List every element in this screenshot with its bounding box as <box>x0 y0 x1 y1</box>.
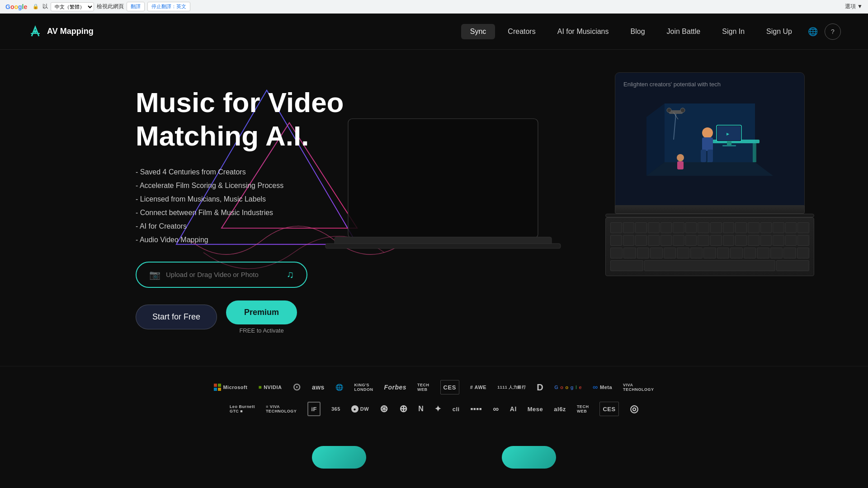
svg-rect-3 <box>348 119 538 239</box>
svg-text:▶: ▶ <box>726 132 730 136</box>
partner-logo8: ⊕ <box>399 402 408 416</box>
nav-sign-up[interactable]: Sign Up <box>757 24 801 39</box>
room-svg: ▶ <box>637 94 782 194</box>
svg-rect-4 <box>335 237 552 245</box>
screen-illustration: ▶ <box>623 92 796 196</box>
partner-logo7: ⊛ <box>380 402 388 416</box>
partner-viva-tech: VIVATECHNOLOGY <box>623 380 654 394</box>
partner-1111: 1111 人力銀行 <box>497 380 526 394</box>
browser-options[interactable]: 選項 ▼ <box>845 3 863 10</box>
svg-point-22 <box>667 108 671 113</box>
translate-bar: 以 中文（繁體） 檢視此網頁 翻譯 停止翻譯：英文 <box>42 2 190 11</box>
laptop-hinge <box>605 214 814 217</box>
svg-point-17 <box>702 127 713 138</box>
google-logo: Google <box>5 3 27 10</box>
nav-sync[interactable]: Sync <box>461 24 495 39</box>
partner-ai-logo: AI <box>510 402 517 416</box>
globe-icon-btn[interactable]: 🌐 <box>805 23 821 40</box>
svg-rect-20 <box>708 150 713 162</box>
hero-title: Music for Video Matching A.I. <box>136 86 344 153</box>
svg-rect-5 <box>326 244 561 249</box>
feature-item: - Audio Video Mapping <box>136 235 344 245</box>
nav-blog[interactable]: Blog <box>622 24 654 39</box>
partner-google: Google <box>554 380 582 394</box>
feature-item: - AI for Creators <box>136 221 344 232</box>
logo-link[interactable]: AV Mapping <box>27 23 94 40</box>
partner-aws: aws <box>312 380 325 394</box>
svg-point-26 <box>677 154 684 161</box>
partner-circle1: ⊙ <box>292 380 301 394</box>
partner-un: 🌐 <box>335 380 344 394</box>
upload-drop-zone[interactable]: 📷 Upload or Drag Video or Photo ♫ <box>136 262 307 288</box>
premium-button[interactable]: Premium <box>226 300 297 324</box>
bottom-button-left[interactable] <box>312 446 366 469</box>
partner-kings-london: KING'SLONDON <box>354 380 373 394</box>
hero-content: Music for Video Matching A.I. - Saved 4 … <box>136 77 344 334</box>
svg-rect-13 <box>727 141 731 145</box>
bottom-section <box>0 437 868 478</box>
partner-if: iF <box>307 402 321 416</box>
logo-icon <box>27 23 43 40</box>
hero-title-line1: Music for Video <box>136 87 344 118</box>
nav-join-battle[interactable]: Join Battle <box>658 24 710 39</box>
feature-item: - Accelerate Film Scoring & Licensing Pr… <box>136 180 344 191</box>
partner-n: N <box>418 402 424 416</box>
partner-mese: Mese <box>528 402 543 416</box>
upload-placeholder: Upload or Drag Video or Photo <box>166 271 259 278</box>
partner-ces2: CES <box>599 402 618 416</box>
feature-item: - Saved 4 Centuries from Creators <box>136 167 344 178</box>
lock-icon: 🔒 <box>33 4 39 9</box>
partners-section: Microsoft ■ NVIDIA ⊙ aws 🌐 KING'SLONDON … <box>0 366 868 437</box>
browser-toolbar: Google 🔒 以 中文（繁體） 檢視此網頁 翻譯 停止翻譯：英文 選項 ▼ <box>0 0 868 14</box>
partner-microsoft: Microsoft <box>214 380 247 394</box>
screen-tagline: Enlighten creators' potential with tech <box>623 81 796 88</box>
translate-button[interactable]: 翻譯 <box>127 2 145 11</box>
translate-prefix: 以 <box>42 3 48 10</box>
premium-wrapper: Premium FREE to Activate <box>226 300 297 334</box>
hero-title-line2: Matching A.I. <box>136 120 309 151</box>
bottom-button-right[interactable] <box>502 446 556 469</box>
partner-al6z: al6z <box>554 402 566 416</box>
camera-icon: 📷 <box>149 269 160 280</box>
language-select[interactable]: 中文（繁體） <box>51 2 94 11</box>
music-icon: ♫ <box>287 269 294 281</box>
partner-forbes: Forbes <box>384 380 406 394</box>
partner-awe: # AWE <box>470 380 486 394</box>
partner-techweb2: TECHWEB <box>577 402 589 416</box>
partners-row-1: Microsoft ■ NVIDIA ⊙ aws 🌐 KING'SLONDON … <box>90 380 778 394</box>
hero-section: Music for Video Matching A.I. - Saved 4 … <box>0 50 868 366</box>
stop-translate-button[interactable]: 停止翻譯：英文 <box>147 2 190 11</box>
partner-meta: ∞ Meta <box>593 380 612 394</box>
partner-cli: cli <box>453 402 460 416</box>
partner-nvidia: ■ NVIDIA <box>258 380 282 394</box>
nav-ai-musicians[interactable]: AI for Musicians <box>548 24 618 39</box>
svg-point-23 <box>680 108 685 113</box>
partner-techweb: TECHWEB <box>417 380 429 394</box>
navbar: AV Mapping Sync Creators AI for Musician… <box>0 14 868 50</box>
svg-rect-19 <box>701 150 706 162</box>
partner-infosys: ≡ VIVATECHNOLOGY <box>266 402 297 416</box>
svg-rect-11 <box>753 143 756 162</box>
translate-label: 檢視此網頁 <box>97 3 124 10</box>
free-activate-label: FREE to Activate <box>239 327 283 334</box>
cta-buttons: Start for Free Premium FREE to Activate <box>136 300 344 334</box>
laptop-visual: Enlighten creators' potential with tech <box>615 72 805 276</box>
svg-point-0 <box>34 30 37 33</box>
partner-infinity: ∞ <box>493 402 499 416</box>
partner-ces: CES <box>440 380 459 394</box>
feature-item: - Connect between Film & Music Industrie… <box>136 207 344 218</box>
nav-creators[interactable]: Creators <box>499 24 544 39</box>
nav-links: Sync Creators AI for Musicians Blog Join… <box>461 23 841 40</box>
start-free-button[interactable]: Start for Free <box>136 305 217 329</box>
svg-rect-27 <box>677 161 684 169</box>
partner-d: D <box>537 380 543 394</box>
help-icon-btn[interactable]: ? <box>825 23 841 40</box>
laptop-keyboard-area <box>605 217 814 276</box>
laptop-base-rim <box>615 206 805 214</box>
partner-logo11: ◎ <box>630 402 639 416</box>
nav-sign-in[interactable]: Sign In <box>713 24 754 39</box>
svg-rect-18 <box>702 137 713 151</box>
svg-marker-8 <box>646 162 773 176</box>
partner-dw: ● DW <box>351 402 369 416</box>
hero-features-list: - Saved 4 Centuries from Creators - Acce… <box>136 167 344 245</box>
